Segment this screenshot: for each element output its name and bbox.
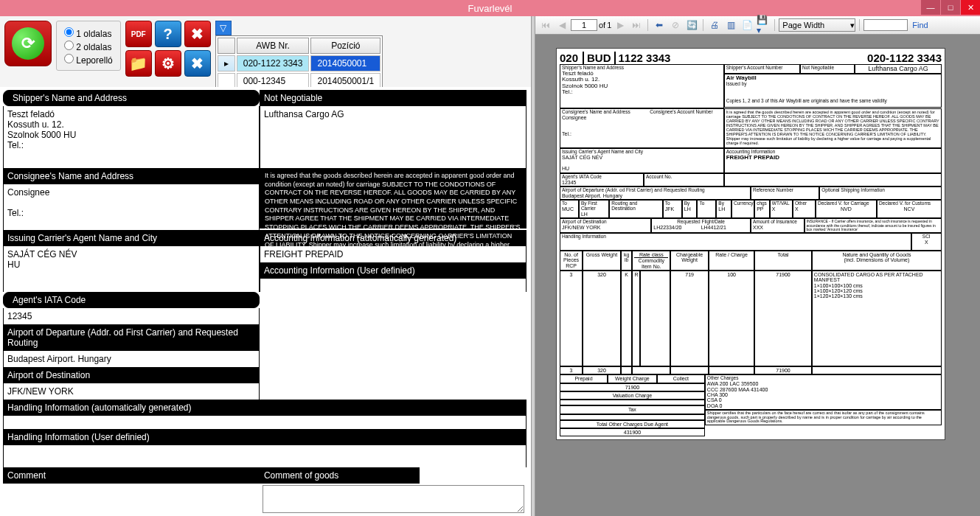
window-close-button[interactable]: ✕ — [961, 0, 980, 15]
find-input[interactable] — [863, 19, 908, 31]
report-body[interactable]: 020 BUD 1122 3343 020-1122 3343 Shipper'… — [535, 35, 980, 516]
radio-1-oldalas[interactable]: 1 oldalas — [64, 27, 113, 39]
grid-col-pozicio[interactable]: Pozíció — [310, 38, 380, 54]
hdr-hand-user: Handling Information (User definied) — [3, 429, 527, 445]
help-button[interactable]: ? — [155, 21, 181, 47]
val-hand-auto — [3, 416, 527, 429]
refresh-icon: ⟳ — [12, 27, 44, 60]
val-iata[interactable]: 12345 — [3, 308, 260, 324]
page-setup-button[interactable]: 📄 — [740, 18, 754, 32]
refresh-report-button[interactable]: 🔄 — [684, 18, 699, 32]
awb-full: 020-1122 3343 — [867, 52, 942, 64]
grid-rowheader-col — [218, 38, 235, 54]
print-button[interactable]: 🖨 — [707, 18, 722, 32]
export-button[interactable]: 💾▾ — [756, 18, 771, 32]
val-notneg: Lufthansa Cargo AG — [260, 106, 527, 168]
hdr-acct-user: Accounting Information (User definied) — [260, 262, 527, 279]
val-shipper[interactable]: Teszt feladó Kossuth u. 12. Szolnok 5000… — [3, 106, 260, 168]
print-layout-button[interactable]: ▥ — [723, 18, 738, 32]
find-button[interactable]: Find — [909, 21, 931, 29]
awb-serial: 1122 3343 — [614, 52, 671, 64]
zoom-dropdown[interactable]: Page Width▾ — [779, 18, 855, 32]
page-of-label: of — [599, 21, 605, 29]
open-folder-button[interactable]: 📁 — [125, 50, 152, 77]
awb-document: 020 BUD 1122 3343 020-1122 3343 Shipper'… — [556, 48, 945, 440]
pdf-gear-icon: ⚙ — [161, 55, 175, 72]
pdf-export-button[interactable]: PDF — [125, 21, 152, 47]
awb-origin: BUD — [583, 52, 611, 64]
form-panel: Shipper's Name and Address Not Negotiabl… — [0, 87, 531, 516]
back-button[interactable]: ⬅ — [652, 18, 667, 32]
close-icon: ✖ — [191, 55, 204, 72]
refresh-button[interactable]: ⟳ — [4, 21, 52, 66]
folder-icon: 📁 — [129, 55, 147, 72]
delete-button[interactable]: ✖ — [184, 21, 211, 47]
grid-col-awb[interactable]: AWB Nr. — [237, 38, 310, 54]
hdr-iata: Agent's IATA Code — [3, 292, 260, 308]
x-icon: ✖ — [191, 25, 204, 43]
hdr-comment: Comment — [3, 467, 260, 484]
val-agent[interactable]: SAJÁT CÉG NÉV HU — [3, 246, 260, 292]
val-consignee[interactable]: Consignee Tel.: — [3, 184, 260, 230]
goods-textarea[interactable] — [263, 485, 524, 513]
window-maximize-button[interactable]: □ — [941, 0, 960, 15]
hdr-hand-auto: Handling Information (automatically gene… — [3, 400, 527, 416]
radio-2-oldalas[interactable]: 2 oldalas — [64, 41, 113, 52]
close-panel-button[interactable]: ✖ — [184, 50, 211, 77]
filter-button[interactable]: ▽ — [215, 21, 232, 35]
hdr-agent: Issuing Carrier's Agent Name and City — [3, 230, 260, 246]
hdr-consignee: Consignee's Name and Address — [3, 168, 260, 184]
val-acct-user[interactable] — [260, 279, 527, 292]
window-titlebar: Fuvarlevél — □ ✕ — [0, 0, 980, 16]
stop-button[interactable]: ⊘ — [668, 18, 683, 32]
nav-first-button[interactable]: ⏮ — [538, 18, 553, 32]
window-title: Fuvarlevél — [468, 3, 512, 14]
hdr-goods: Comment of goods — [260, 467, 420, 484]
hdr-dep: Airport of Departure (Addr. od First Car… — [3, 324, 260, 351]
hdr-notneg: Not Negotiable — [260, 90, 527, 106]
pdf-icon: PDF — [131, 30, 146, 38]
nav-prev-button[interactable]: ◀ — [555, 18, 569, 32]
hdr-dest: Airport of Destination — [3, 367, 260, 383]
page-layout-radiogroup: 1 oldalas 2 oldalas Leporelló — [56, 21, 121, 71]
nav-last-button[interactable]: ⏭ — [629, 18, 644, 32]
report-toolbar: ⏮ ◀ of 1 ▶ ⏭ ⬅ ⊘ 🔄 🖨 ▥ 📄 💾▾ Page Width▾ … — [535, 16, 980, 35]
question-icon: ? — [164, 26, 173, 43]
awb-prefix: 020 — [560, 52, 578, 64]
hdr-shipper: Shipper's Name and Address — [3, 90, 260, 106]
chevron-down-icon: ▾ — [850, 21, 855, 30]
val-dep[interactable]: Budapest Airport. Hungary — [3, 351, 260, 367]
radio-leporello[interactable]: Leporelló — [64, 54, 113, 66]
pdf-settings-button[interactable]: ⚙ — [155, 50, 181, 77]
window-minimize-button[interactable]: — — [921, 0, 940, 15]
val-hand-user[interactable] — [3, 445, 527, 467]
grid-row[interactable]: ▸ 020-1122 3343 2014050001 — [218, 55, 381, 72]
page-total: 1 — [607, 21, 611, 29]
page-input[interactable] — [571, 19, 597, 31]
funnel-icon: ▽ — [220, 23, 226, 33]
val-dest[interactable]: JFK/NEW YORK — [3, 383, 260, 400]
conditions-text: It is agreed that the goods described he… — [260, 168, 527, 229]
nav-next-button[interactable]: ▶ — [613, 18, 628, 32]
